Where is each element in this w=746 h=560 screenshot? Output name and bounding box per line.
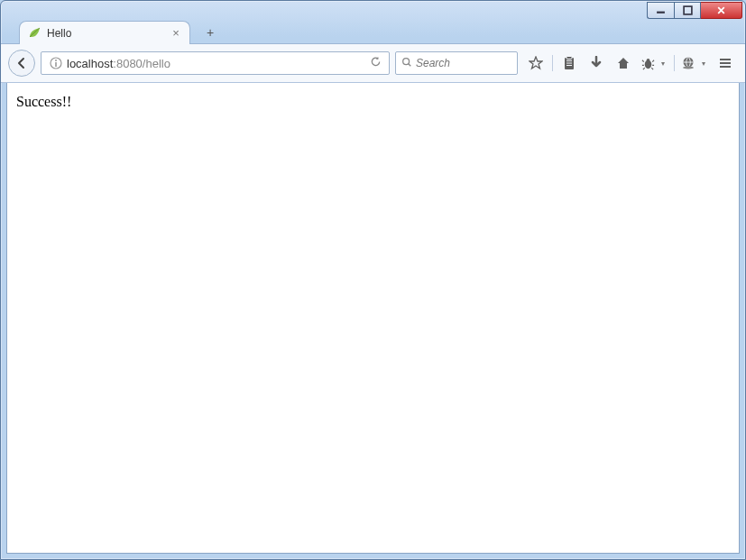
plus-icon: + bbox=[207, 25, 214, 40]
globe-button[interactable] bbox=[678, 51, 698, 75]
svg-rect-7 bbox=[566, 57, 572, 60]
search-bar[interactable] bbox=[395, 51, 518, 75]
svg-rect-16 bbox=[720, 62, 731, 64]
bug-button[interactable] bbox=[638, 51, 658, 75]
download-arrow-icon bbox=[590, 56, 603, 70]
svg-rect-1 bbox=[684, 6, 692, 14]
bug-dropdown[interactable]: ▾ bbox=[659, 51, 670, 75]
new-tab-button[interactable]: + bbox=[199, 23, 221, 41]
globe-icon bbox=[681, 56, 695, 70]
info-icon bbox=[50, 57, 62, 69]
toolbar-buttons: ▾ ▾ bbox=[523, 51, 738, 75]
svg-rect-15 bbox=[720, 59, 731, 60]
bug-icon bbox=[641, 57, 655, 70]
svg-point-5 bbox=[403, 58, 410, 64]
leaf-icon bbox=[27, 26, 41, 41]
svg-rect-10 bbox=[566, 65, 572, 66]
back-button[interactable] bbox=[8, 50, 35, 77]
maximize-icon bbox=[683, 5, 693, 15]
close-window-icon bbox=[716, 5, 726, 15]
window-controls bbox=[647, 2, 742, 19]
bookmark-star-button[interactable] bbox=[523, 51, 548, 75]
tab-active[interactable]: Hello × bbox=[19, 21, 190, 44]
chevron-down-icon: ▾ bbox=[661, 60, 665, 68]
menu-button[interactable] bbox=[713, 51, 738, 75]
close-window-button[interactable] bbox=[701, 2, 742, 19]
tab-strip: Hello × + bbox=[1, 19, 745, 44]
toolbar-separator bbox=[674, 55, 675, 71]
svg-rect-9 bbox=[566, 63, 572, 64]
site-identity-button[interactable] bbox=[49, 57, 63, 69]
downloads-button[interactable] bbox=[584, 51, 609, 75]
chevron-down-icon: ▾ bbox=[702, 60, 705, 68]
page-body-text: Success!! bbox=[16, 94, 730, 110]
toolbar-separator bbox=[552, 55, 553, 71]
home-icon bbox=[616, 56, 631, 70]
url-host: localhost bbox=[67, 57, 113, 70]
svg-rect-8 bbox=[566, 60, 572, 61]
svg-point-14 bbox=[683, 67, 694, 69]
clipboard-button[interactable] bbox=[557, 51, 582, 75]
search-icon bbox=[401, 57, 412, 70]
close-icon: × bbox=[172, 26, 180, 40]
navigation-toolbar: localhost:8080/hello bbox=[1, 43, 745, 83]
star-icon bbox=[529, 56, 543, 70]
close-tab-button[interactable]: × bbox=[170, 26, 182, 40]
reload-icon bbox=[370, 56, 382, 68]
svg-point-3 bbox=[55, 60, 57, 61]
svg-rect-0 bbox=[657, 12, 665, 14]
url-text[interactable]: localhost:8080/hello bbox=[67, 57, 365, 70]
tab-title: Hello bbox=[47, 27, 164, 40]
minimize-icon bbox=[656, 5, 666, 15]
svg-rect-17 bbox=[720, 66, 731, 68]
address-bar[interactable]: localhost:8080/hello bbox=[41, 51, 390, 75]
maximize-button[interactable] bbox=[674, 2, 701, 19]
back-icon bbox=[15, 57, 28, 69]
globe-dropdown[interactable]: ▾ bbox=[700, 51, 711, 75]
url-path: :8080/hello bbox=[113, 57, 170, 70]
hamburger-icon bbox=[718, 56, 732, 70]
browser-window: Hello × + localhost:8080/hello bbox=[0, 0, 746, 560]
svg-point-12 bbox=[646, 58, 649, 61]
minimize-button[interactable] bbox=[647, 2, 674, 19]
svg-rect-4 bbox=[55, 62, 57, 67]
page-content: Success!! bbox=[6, 83, 740, 554]
home-button[interactable] bbox=[611, 51, 636, 75]
clipboard-icon bbox=[563, 56, 576, 70]
reload-button[interactable] bbox=[365, 56, 385, 70]
